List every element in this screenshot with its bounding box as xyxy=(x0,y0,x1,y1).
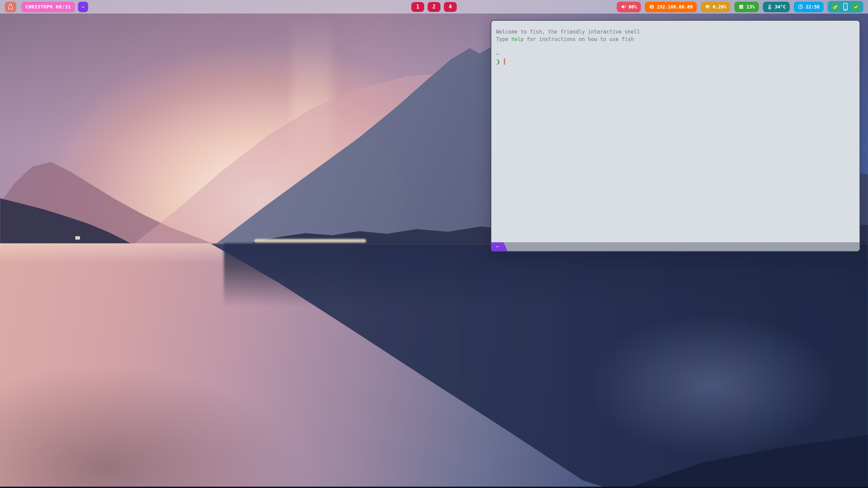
wallpaper-lake xyxy=(0,243,868,488)
globe-icon xyxy=(649,4,654,9)
clock-icon xyxy=(798,4,803,9)
path-badge: ~ xyxy=(78,2,88,12)
workspace-switcher: 1 2 4 xyxy=(411,0,457,14)
workspace-1-label: 1 xyxy=(416,4,419,10)
terminal-greeting-line2: Type help for instructions on how to use… xyxy=(496,36,855,43)
path-badge-label: ~ xyxy=(82,4,84,9)
screen-bottom-edge xyxy=(0,487,868,488)
bar-right-group: 60% 192.168.86.69 0.26% 13% xyxy=(617,1,863,13)
launcher-button[interactable] xyxy=(5,2,16,12)
thermometer-icon xyxy=(767,4,772,9)
network-value: 192.168.86.69 xyxy=(657,4,693,9)
prompt-path: ~ xyxy=(496,50,855,58)
clock-value: 22:58 xyxy=(806,4,820,9)
prompt-symbol: ❯ xyxy=(496,59,500,65)
volume-indicator[interactable]: 60% xyxy=(617,2,641,12)
phone-tray-icon[interactable] xyxy=(843,3,848,11)
prompt-line[interactable]: ❯ xyxy=(496,58,855,65)
text-cursor xyxy=(504,58,505,65)
wallpaper-water-mist xyxy=(0,243,868,488)
greeting-prefix: Type xyxy=(496,36,511,42)
user-badge: CHRISTOPH 00:31 xyxy=(21,2,75,12)
volume-value: 60% xyxy=(629,4,637,9)
terminal-output: Welcome to fish, the friendly interactiv… xyxy=(491,21,860,65)
wallpaper-cabin xyxy=(75,236,80,240)
help-keyword: help xyxy=(511,36,524,42)
terminal-tab-bar: ~ xyxy=(491,242,860,251)
workspace-button-1[interactable]: 1 xyxy=(411,2,424,12)
bar-left-group: CHRISTOPH 00:31 ~ xyxy=(5,2,88,12)
terminal-greeting-line1: Welcome to fish, the friendly interactiv… xyxy=(496,28,855,36)
status-bar: CHRISTOPH 00:31 ~ 1 2 4 60% xyxy=(0,0,868,14)
tux-icon xyxy=(7,3,14,11)
cpu-indicator: 0.26% xyxy=(701,2,731,12)
desktop: Welcome to fish, the friendly interactiv… xyxy=(0,0,868,488)
terminal-window[interactable]: Welcome to fish, the friendly interactiv… xyxy=(491,20,860,252)
clock-indicator[interactable]: 22:58 xyxy=(794,2,824,12)
temperature-indicator: 34°C xyxy=(763,2,790,12)
memory-indicator: 13% xyxy=(734,2,758,12)
workspace-4-label: 4 xyxy=(449,4,452,10)
cpu-value: 0.26% xyxy=(713,4,727,9)
greeting-suffix: for instructions on how to use fish xyxy=(524,36,634,42)
memory-icon xyxy=(738,4,744,9)
network-indicator: 192.168.86.69 xyxy=(645,2,697,12)
workspace-2-label: 2 xyxy=(432,4,435,10)
system-tray xyxy=(828,1,863,13)
terminal-tab-label: ~ xyxy=(496,244,498,249)
gauge-icon xyxy=(705,4,710,9)
workspace-button-2[interactable]: 2 xyxy=(428,2,440,12)
check-tray-icon[interactable] xyxy=(852,3,860,11)
wallpaper-shoreline xyxy=(254,239,366,243)
key-tray-icon[interactable] xyxy=(831,3,839,11)
memory-value: 13% xyxy=(746,4,754,9)
speaker-icon xyxy=(621,4,626,9)
temperature-value: 34°C xyxy=(775,4,786,9)
terminal-tab-home[interactable]: ~ xyxy=(491,242,508,251)
user-badge-label: CHRISTOPH 00:31 xyxy=(25,4,71,9)
workspace-button-4[interactable]: 4 xyxy=(444,2,457,12)
